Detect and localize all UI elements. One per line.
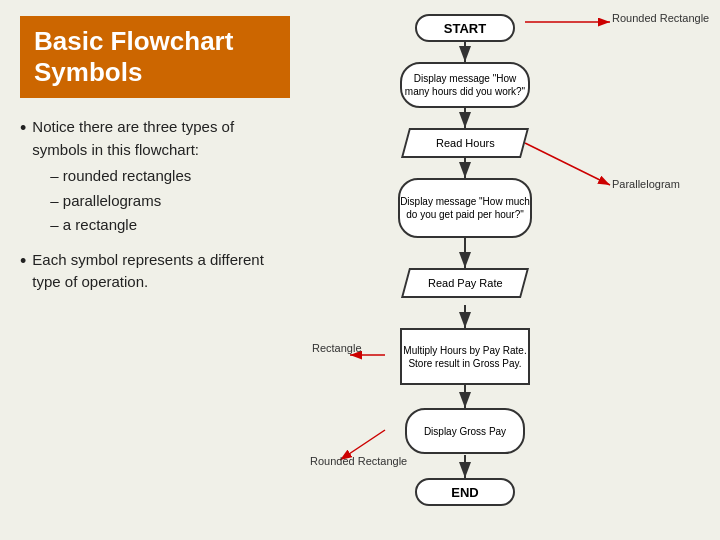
content-text: • Notice there are three types of symbol… bbox=[20, 116, 290, 294]
bullet-notice: • Notice there are three types of symbol… bbox=[20, 116, 290, 239]
bullet-each: • Each symbol represents a different typ… bbox=[20, 249, 290, 294]
node-start: START bbox=[415, 14, 515, 42]
title-line1: Basic Flowchart bbox=[34, 26, 233, 56]
node-end: END bbox=[415, 478, 515, 506]
node-read-pay: Read Pay Rate bbox=[401, 268, 529, 298]
subtype-3: a rectangle bbox=[50, 214, 290, 237]
node-display1: Display message "How many hours did you … bbox=[400, 62, 530, 108]
subtype-1: rounded rectangles bbox=[50, 165, 290, 188]
title-line2: Symbols bbox=[34, 57, 142, 87]
left-panel: Basic Flowchart Symbols • Notice there a… bbox=[0, 0, 310, 540]
node-read-hours: Read Hours bbox=[401, 128, 529, 158]
label-rounded-rect-bottom: Rounded Rectangle bbox=[310, 455, 407, 468]
sub-list: rounded rectangles parallelograms a rect… bbox=[50, 165, 290, 237]
node-multiply: Multiply Hours by Pay Rate. Store result… bbox=[400, 328, 530, 385]
each-text: Each symbol represents a different type … bbox=[32, 249, 290, 294]
label-parallelogram: Parallelogram bbox=[612, 178, 680, 191]
notice-text: Notice there are three types of symbols … bbox=[32, 118, 234, 158]
node-display2: Display message "How much do you get pai… bbox=[398, 178, 532, 238]
node-display-gross: Display Gross Pay bbox=[405, 408, 525, 454]
svg-line-10 bbox=[525, 143, 610, 185]
label-rounded-rect-top: Rounded Rectangle bbox=[612, 12, 709, 25]
title-box: Basic Flowchart Symbols bbox=[20, 16, 290, 98]
label-rectangle: Rectangle bbox=[312, 342, 362, 355]
subtype-2: parallelograms bbox=[50, 190, 290, 213]
right-panel: START Display message "How many hours di… bbox=[310, 0, 720, 540]
flowchart-container: START Display message "How many hours di… bbox=[310, 0, 720, 540]
